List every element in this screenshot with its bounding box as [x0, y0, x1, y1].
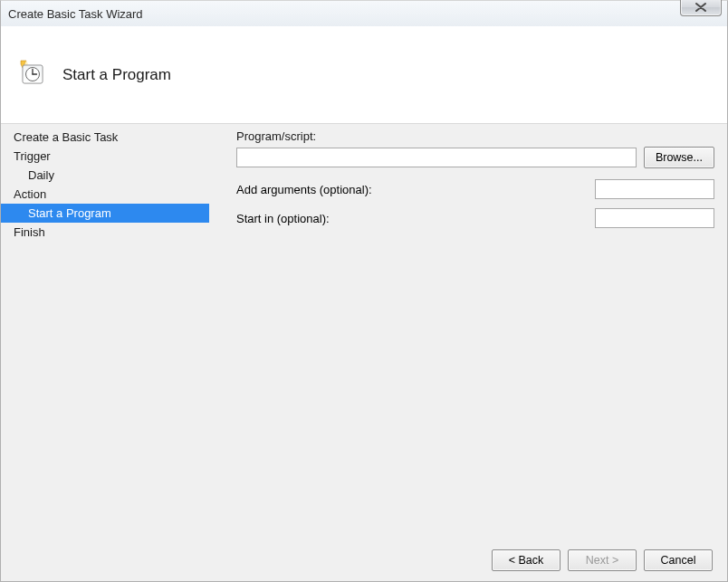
- wizard-steps-sidebar: Create a Basic TaskTriggerDailyActionSta…: [1, 124, 209, 539]
- close-icon: [695, 3, 706, 12]
- arguments-row: Add arguments (optional):: [236, 179, 714, 199]
- wizard-body: Create a Basic TaskTriggerDailyActionSta…: [1, 124, 727, 539]
- program-row: Browse...: [236, 147, 714, 168]
- wizard-step-action[interactable]: Action: [1, 185, 209, 204]
- wizard-step-create-a-basic-task[interactable]: Create a Basic Task: [1, 128, 209, 147]
- browse-button[interactable]: Browse...: [644, 147, 714, 168]
- wizard-step-label: Daily: [28, 168, 54, 182]
- wizard-step-trigger[interactable]: Trigger: [1, 147, 209, 166]
- start-in-input[interactable]: [595, 208, 714, 228]
- wizard-footer: < Back Next > Cancel: [1, 539, 727, 581]
- main-pane: Program/script: Browse... Add arguments …: [209, 124, 727, 539]
- page-heading: Start a Program: [62, 66, 171, 84]
- arguments-input[interactable]: [595, 179, 714, 199]
- arguments-label: Add arguments (optional):: [236, 183, 372, 196]
- wizard-header: Start a Program: [1, 26, 727, 124]
- wizard-step-label: Finish: [14, 225, 45, 239]
- wizard-step-label: Action: [14, 187, 46, 201]
- window-title: Create Basic Task Wizard: [8, 7, 143, 21]
- task-scheduler-icon: [17, 59, 46, 91]
- start-in-row: Start in (optional):: [236, 208, 714, 228]
- program-script-input[interactable]: [236, 148, 637, 167]
- wizard-step-label: Start a Program: [28, 206, 111, 220]
- cancel-button[interactable]: Cancel: [644, 549, 713, 571]
- wizard-step-daily[interactable]: Daily: [1, 166, 209, 185]
- program-script-label: Program/script:: [236, 129, 714, 143]
- close-button[interactable]: [680, 0, 722, 16]
- wizard-step-start-a-program[interactable]: Start a Program: [1, 204, 209, 223]
- titlebar: Create Basic Task Wizard: [1, 1, 727, 26]
- wizard-window: Create Basic Task Wizard: [0, 0, 728, 582]
- wizard-step-label: Create a Basic Task: [14, 130, 118, 144]
- wizard-step-finish[interactable]: Finish: [1, 223, 209, 242]
- next-button[interactable]: Next >: [568, 549, 637, 571]
- start-in-label: Start in (optional):: [236, 212, 330, 225]
- back-button[interactable]: < Back: [492, 549, 560, 571]
- wizard-step-label: Trigger: [14, 149, 51, 163]
